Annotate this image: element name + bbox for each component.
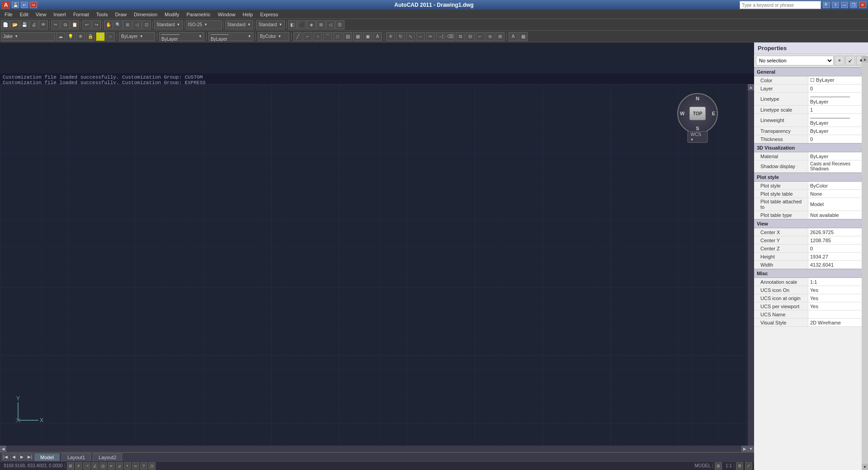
prop-annoscale-value[interactable]: 1:1 xyxy=(808,278,868,286)
selection-dropdown[interactable]: No selection xyxy=(756,56,834,66)
menu-modify[interactable]: Modify xyxy=(161,11,183,18)
cut-btn[interactable]: ✂ xyxy=(51,20,60,29)
stretch-btn[interactable]: ↔ xyxy=(416,32,425,41)
prop-layer-value[interactable]: 0 xyxy=(808,85,868,92)
tab-last-btn[interactable]: ▶| xyxy=(26,453,33,461)
paste-btn[interactable]: 📋 xyxy=(70,20,79,29)
prop-ucsname-value[interactable] xyxy=(808,310,868,318)
menu-tools[interactable]: Tools xyxy=(93,11,112,18)
properties-btn[interactable]: ◧ xyxy=(288,20,297,29)
search-input[interactable] xyxy=(740,1,821,9)
prop-color-value[interactable]: ☐ ByLayer xyxy=(808,76,868,84)
prop-lineweight-value[interactable]: ———————— ByLayer xyxy=(808,114,868,127)
menu-window[interactable]: Window xyxy=(214,11,239,18)
section-misc-header[interactable]: Misc ▲ xyxy=(754,269,868,278)
menu-edit[interactable]: Edit xyxy=(16,11,32,18)
tab-first-btn[interactable]: |◀ xyxy=(2,453,9,461)
model-indicator[interactable]: MODEL xyxy=(693,463,713,468)
restore-btn[interactable]: ❐ xyxy=(850,2,857,8)
section-general-header[interactable]: General ▲ xyxy=(754,67,868,76)
search-btn[interactable]: 🔍 xyxy=(823,2,830,8)
prop-centerx-value[interactable]: 2626.9725 xyxy=(808,228,868,236)
annotation-scale[interactable]: 1:1 xyxy=(724,463,734,468)
prop-ucsiconatorigin-value[interactable]: Yes xyxy=(808,294,868,302)
save-btn[interactable]: 💾 xyxy=(20,20,29,29)
polyline-btn[interactable]: ⌐ xyxy=(303,32,312,41)
workspace2-dropdown[interactable]: Standard ▼ xyxy=(256,20,285,29)
ortho-btn[interactable]: ⊣ xyxy=(83,462,90,470)
gradient-btn[interactable]: ▦ xyxy=(353,32,362,41)
help-btn-title[interactable]: ? xyxy=(832,2,839,8)
new-btn[interactable]: 📄 xyxy=(1,20,10,29)
table-btn[interactable]: ▦ xyxy=(519,32,528,41)
mtext-btn[interactable]: A xyxy=(373,32,382,41)
prop-plottabletype-value[interactable]: Not available xyxy=(808,211,868,219)
tab-next-btn[interactable]: ▶ xyxy=(18,453,25,461)
layer-prev-btn[interactable]: ◁ xyxy=(326,20,335,29)
prop-height-value[interactable]: 1934.27 xyxy=(808,253,868,260)
circle-btn[interactable]: ○ xyxy=(313,32,322,41)
prop-centerz-value[interactable]: 0 xyxy=(808,244,868,252)
layer-dropdown[interactable]: Jake ▼ xyxy=(1,32,55,41)
isolate-btn[interactable]: ◈ xyxy=(307,20,316,29)
zoom-window-btn[interactable]: ⊞ xyxy=(123,20,132,29)
prop-material-value[interactable]: ByLayer xyxy=(808,152,868,160)
hscroll-track[interactable] xyxy=(6,446,741,452)
layer-lock-btn[interactable]: 🔒 xyxy=(86,32,95,41)
annotation-visibility-dropdown[interactable]: Standard ▼ xyxy=(225,20,254,29)
region-btn[interactable]: ▣ xyxy=(363,32,372,41)
anno-scale-dropdown[interactable]: ISO-25 ▼ xyxy=(186,20,222,29)
close-btn[interactable]: ✕ xyxy=(859,2,866,8)
move-btn[interactable]: ✛ xyxy=(386,32,395,41)
menu-help[interactable]: Help xyxy=(239,11,257,18)
layer-vp-freeze-btn[interactable]: ○ xyxy=(106,32,115,41)
redo-btn[interactable]: ↪ xyxy=(92,20,101,29)
zoom-prev-btn[interactable]: ◁ xyxy=(132,20,142,29)
quick-access-btn[interactable]: 💾 xyxy=(12,2,19,8)
undo-btn[interactable]: ↩ xyxy=(82,20,91,29)
menu-express[interactable]: Express xyxy=(256,11,282,18)
select-objects-btn[interactable]: ↙ xyxy=(845,56,855,66)
prop-plotstyle-value[interactable]: ByColor xyxy=(808,182,868,189)
prop-ucsiconon-value[interactable]: Yes xyxy=(808,286,868,294)
zoom-ext-btn[interactable]: ⊡ xyxy=(142,20,151,29)
properties-scrollbar[interactable]: ▲ ▼ xyxy=(862,56,868,470)
polar-btn[interactable]: ∠ xyxy=(91,462,99,470)
layer-off-btn[interactable]: 💡 xyxy=(66,32,75,41)
prop-centery-value[interactable]: 1208.785 xyxy=(808,236,868,244)
hatch-btn[interactable]: ▨ xyxy=(343,32,352,41)
color-dropdown[interactable]: ByLayer ▼ xyxy=(119,32,155,41)
menu-draw[interactable]: Draw xyxy=(111,11,130,18)
prop-ucsperviewport-value[interactable]: Yes xyxy=(808,302,868,310)
tab-layout2[interactable]: Layout2 xyxy=(93,453,122,461)
prop-ltscale-value[interactable]: 1 xyxy=(808,106,868,113)
tab-prev-btn[interactable]: ◀ xyxy=(10,453,17,461)
prop-shadow-value[interactable]: Casts and Receives Shadows xyxy=(808,160,868,172)
props-scroll-up[interactable]: ▲ xyxy=(862,56,868,62)
scroll-up-btn[interactable]: ▲ xyxy=(748,84,754,90)
rotate-btn[interactable]: ↻ xyxy=(396,32,405,41)
layer-state-btn[interactable]: ☁ xyxy=(56,32,65,41)
linetype-dropdown[interactable]: ―――― ByLayer ▼ xyxy=(159,32,204,41)
menu-format[interactable]: Format xyxy=(70,11,93,18)
menu-dimension[interactable]: Dimension xyxy=(130,11,161,18)
prop-visualstyle-value[interactable]: 2D Wireframe xyxy=(808,319,868,326)
otrack-btn[interactable]: ∞ xyxy=(108,462,115,470)
menu-insert[interactable]: Insert xyxy=(50,11,70,18)
workspace-dropdown[interactable]: Standard ▼ xyxy=(154,20,183,29)
section-3dviz-header[interactable]: 3D Visualization ▲ xyxy=(754,143,868,152)
scale-btn[interactable]: ⤡ xyxy=(406,32,415,41)
prop-width-value[interactable]: 4132.6041 xyxy=(808,261,868,268)
pan-btn[interactable]: ✋ xyxy=(104,20,113,29)
vscrollbar[interactable]: ▲ ▼ xyxy=(748,84,754,452)
prop-thickness-value[interactable]: 0 xyxy=(808,135,868,143)
extend-btn[interactable]: →| xyxy=(436,32,445,41)
prop-plottableattach-value[interactable]: Model xyxy=(808,198,868,211)
coord-display[interactable]: 9168.9168, 833.4003, 0.0000 xyxy=(2,463,65,468)
prop-linetype-value[interactable]: ———————— ByLayer xyxy=(808,93,868,105)
plot-btn[interactable]: 🖨 xyxy=(29,20,38,29)
layer-manager-btn[interactable]: ⊞ xyxy=(316,20,326,29)
dyn-btn[interactable]: + xyxy=(124,462,131,470)
plotpreview-btn[interactable]: 👁 xyxy=(39,20,48,29)
hscrollbar[interactable]: ◀ ▶ xyxy=(0,446,748,452)
